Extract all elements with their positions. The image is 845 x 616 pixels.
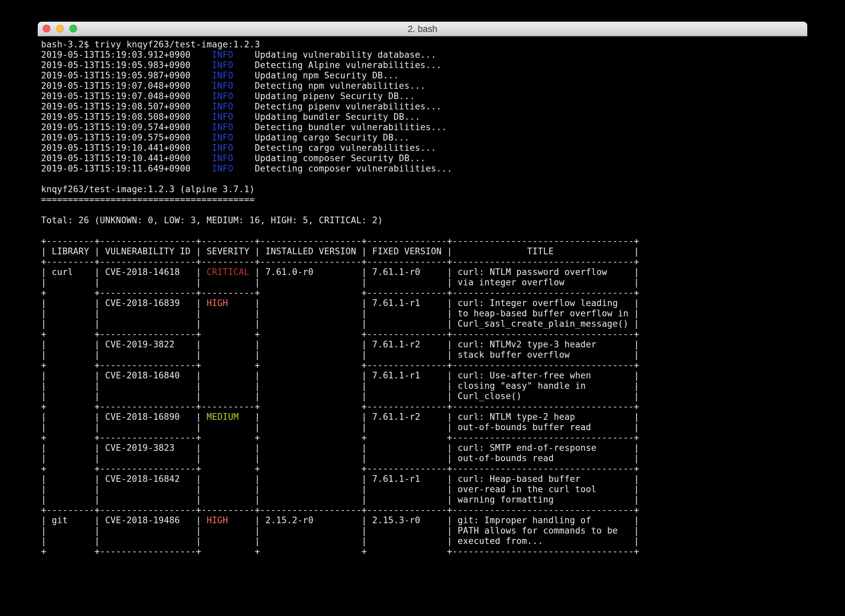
log-timestamp: 2019-05-13T15:19:07.048+0900 [41, 91, 212, 101]
log-line: 2019-05-13T15:19:08.508+0900 INFO Updati… [41, 112, 807, 122]
log-timestamp: 2019-05-13T15:19:07.048+0900 [41, 81, 212, 91]
severity-cell [201, 370, 255, 380]
table-row-line: | | | | | | stack buffer overflow | [41, 350, 807, 360]
table-border: + +------------------+ + + +------------… [41, 546, 639, 556]
table-cell-text: | | 7.61.1-r1 | curl: Integer overflow l… [255, 298, 639, 308]
table-row-line: | | CVE-2018-16839 | HIGH | | 7.61.1-r1 … [41, 298, 807, 308]
table-row-line: | | | | | | out-of-bounds read | [41, 453, 807, 463]
table-cell-text: | | | | | | Curl_sasl_create_plain_messa… [41, 319, 639, 329]
severity-cell: MEDIUM [201, 412, 255, 422]
terminal-window: 2. bash bash-3.2$ trivy knqyf263/test-im… [38, 22, 807, 616]
table-cell-text: | | CVE-2018-16839 | [41, 298, 201, 308]
log-message: Updating npm Security DB... [233, 70, 399, 81]
log-message: Detecting composer vulnerabilities... [233, 164, 452, 173]
severity-cell: CRITICAL [201, 267, 255, 277]
table-row-line: | | CVE-2018-16840 | | | 7.61.1-r1 | cur… [41, 370, 807, 381]
report-total-line: Total: 26 (UNKNOWN: 0, LOW: 3, MEDIUM: 1… [41, 215, 807, 226]
log-timestamp: 2019-05-13T15:19:09.574+0900 [41, 122, 212, 132]
table-row-line: | | | | | | over-read in the curl tool | [41, 484, 807, 494]
log-message: Detecting npm vulnerabilities... [233, 81, 425, 91]
table-border: + +------------------+ + +--------------… [41, 360, 639, 370]
title-bar[interactable]: 2. bash [38, 22, 807, 37]
log-level: INFO [212, 112, 233, 122]
log-level: INFO [212, 122, 233, 132]
table-row-line: | | | | | | Curl_sasl_create_plain_messa… [41, 319, 807, 329]
table-border: +---------+------------------+----------… [41, 505, 639, 515]
log-timestamp: 2019-05-13T15:19:11.649+0900 [41, 164, 212, 173]
table-cell-text: | | | | | | over-read in the curl tool | [41, 484, 639, 494]
log-timestamp: 2019-05-13T15:19:10.441+0900 [41, 143, 212, 153]
log-line: 2019-05-13T15:19:10.441+0900 INFO Detect… [41, 143, 807, 153]
table-cell-text: | | 7.61.1-r2 | curl: NTLMv2 type-3 head… [255, 339, 639, 349]
report-underline: ======================================== [41, 195, 807, 205]
log-timestamp: 2019-05-13T15:19:08.507+0900 [41, 101, 212, 111]
table-border: + +------------------+ + +--------------… [41, 463, 639, 474]
severity-cell [201, 443, 255, 453]
table-row-line: | | | | | | warning formatting | [41, 494, 807, 505]
table-row-line: | | | | | | PATH allows for commands to … [41, 525, 807, 536]
log-timestamp: 2019-05-13T15:19:03.912+0900 [41, 50, 212, 60]
table-cell-text: | | | | | | PATH allows for commands to … [41, 525, 639, 535]
table-row-line: | git | CVE-2018-19486 | HIGH | 2.15.2-r… [41, 515, 807, 525]
table-row-line: | | | | | | closing "easy" handle in | [41, 381, 807, 391]
report-image-text: knqyf263/test-image:1.2.3 (alpine 3.7.1) [41, 184, 255, 194]
log-line: 2019-05-13T15:19:05.987+0900 INFO Updati… [41, 70, 807, 81]
table-cell-text: | | | | | | Curl_close() | [41, 391, 639, 401]
table-border-line: + +------------------+ + +--------------… [41, 360, 807, 370]
log-timestamp: 2019-05-13T15:19:08.508+0900 [41, 112, 212, 122]
table-row-line: | | | | | | via integer overflow | [41, 277, 807, 287]
log-line: 2019-05-13T15:19:09.574+0900 INFO Detect… [41, 122, 807, 132]
table-row-line: | | | | | | out-of-bounds buffer read | [41, 422, 807, 433]
table-border-line: +---------+------------------+----------… [41, 257, 807, 267]
table-cell-text: | | | | | | to heap-based buffer overflo… [41, 308, 639, 318]
prompt-line-text: bash-3.2$ trivy knqyf263/test-image:1.2.… [41, 40, 260, 49]
table-border-line: + +------------------+ + + +------------… [41, 546, 807, 557]
log-level: INFO [212, 132, 233, 142]
log-level: INFO [212, 81, 233, 91]
table-border: + +------------------+----------+ +-----… [41, 402, 639, 411]
table-cell-text: | | | | | | out-of-bounds buffer read | [41, 422, 639, 432]
log-timestamp: 2019-05-13T15:19:05.983+0900 [41, 60, 212, 70]
log-line: 2019-05-13T15:19:10.441+0900 INFO Updati… [41, 153, 807, 164]
table-cell-text: | | | | | | warning formatting | [41, 494, 639, 505]
terminal-content[interactable]: bash-3.2$ trivy knqyf263/test-image:1.2.… [41, 40, 807, 616]
report-total-text: Total: 26 (UNKNOWN: 0, LOW: 3, MEDIUM: 1… [41, 215, 383, 225]
terminal-line [41, 226, 807, 236]
report-underline-text: ======================================== [41, 195, 255, 205]
log-timestamp: 2019-05-13T15:19:05.987+0900 [41, 70, 212, 81]
table-border: + +------------------+ + +--------------… [41, 329, 639, 339]
log-message: Detecting cargo vulnerabilities... [233, 143, 436, 153]
severity-cell [201, 339, 255, 349]
table-cell-text: | | | | | | via integer overflow | [41, 277, 639, 287]
table-border: + +------------------+----------+ +-----… [41, 287, 639, 298]
table-row-line: | | | | | | Curl_close() | [41, 391, 807, 402]
table-row-line: | | | | | | to heap-based buffer overflo… [41, 308, 807, 319]
table-row-line: | | | | | | executed from... | [41, 536, 807, 546]
log-message: Updating bundler Security DB... [233, 112, 420, 122]
log-message: Updating cargo Security DB... [233, 132, 409, 142]
table-cell-text: | | CVE-2018-16842 | [41, 474, 201, 484]
terminal-line [41, 205, 807, 215]
table-border-line: + +------------------+ + +--------------… [41, 329, 807, 339]
table-row-line: | curl | CVE-2018-14618 | CRITICAL | 7.6… [41, 267, 807, 277]
log-level: INFO [212, 60, 233, 70]
table-cell-text: | | | | | | closing "easy" handle in | [41, 381, 639, 391]
table-cell-text: | curl | CVE-2018-14618 | [41, 267, 201, 277]
table-cell-text: | | | | | | out-of-bounds read | [41, 453, 639, 463]
table-border-line: +---------+------------------+----------… [41, 236, 807, 246]
table-cell-text: | | CVE-2019-3823 | [41, 443, 201, 453]
log-level: INFO [212, 70, 233, 81]
desktop: { "window": { "title": "2. bash", "traff… [0, 0, 845, 616]
table-header-line: | LIBRARY | VULNERABILITY ID | SEVERITY … [41, 246, 807, 257]
table-border: +---------+------------------+----------… [41, 257, 639, 267]
log-level: INFO [212, 101, 233, 111]
log-level: INFO [212, 91, 233, 101]
log-level: INFO [212, 50, 233, 60]
log-line: 2019-05-13T15:19:03.912+0900 INFO Updati… [41, 50, 807, 60]
log-level: INFO [212, 143, 233, 153]
log-line: 2019-05-13T15:19:09.575+0900 INFO Updati… [41, 132, 807, 143]
table-cell-text: | | CVE-2018-16840 | [41, 370, 201, 380]
severity-cell [201, 474, 255, 484]
table-border-line: + +------------------+----------+ +-----… [41, 287, 807, 298]
table-cell-text: | 2.15.2-r0 | 2.15.3-r0 | git: Improper … [255, 515, 639, 525]
